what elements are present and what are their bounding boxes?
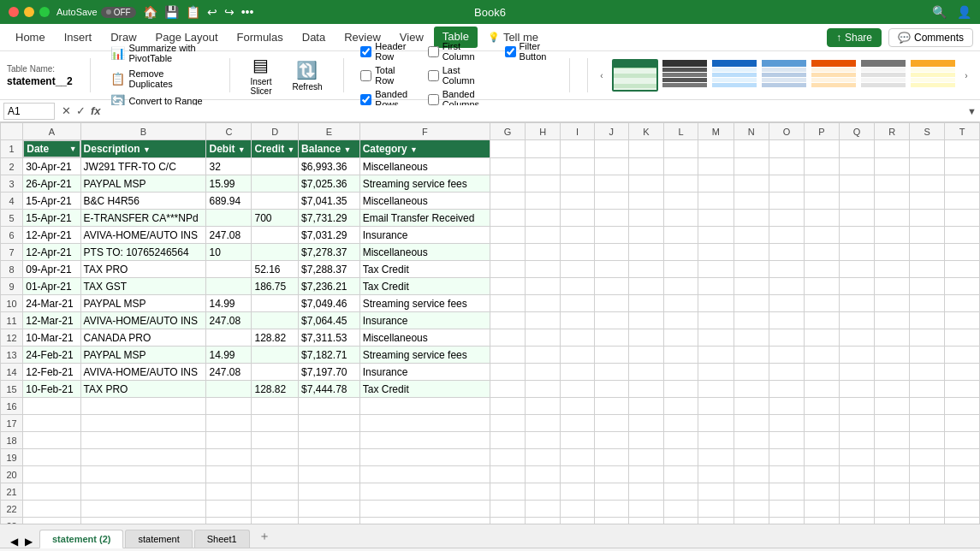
tab-sheet1[interactable]: Sheet1: [194, 530, 250, 548]
empty-cell-18-14[interactable]: [769, 432, 804, 449]
row-number-7[interactable]: 7: [1, 244, 23, 261]
cell-extra-4-0[interactable]: [490, 193, 525, 210]
cell-extra-7-6[interactable]: [698, 244, 734, 261]
empty-cell-18-12[interactable]: [698, 432, 734, 449]
cell-extra-12-0[interactable]: [490, 329, 525, 347]
cell-extra-5-7[interactable]: [734, 210, 769, 227]
filter-button-option[interactable]: Filter Button: [505, 41, 553, 62]
cell-extra-15-2[interactable]: [561, 381, 594, 398]
cell-extra-2-10[interactable]: [839, 158, 874, 175]
cell-c14[interactable]: 247.08: [206, 364, 252, 381]
cell-f3[interactable]: Streaming service fees: [359, 175, 490, 193]
empty-cell-18-11[interactable]: [663, 432, 698, 449]
cell-d1[interactable]: Credit ▼: [252, 140, 299, 158]
cell-e14[interactable]: $7,197.70: [299, 364, 360, 381]
col-header-m[interactable]: M: [698, 123, 734, 140]
cell-extra-15-3[interactable]: [594, 381, 628, 398]
empty-cell-16-18[interactable]: [910, 398, 945, 415]
table-name-value[interactable]: statement__2: [7, 75, 73, 87]
cell-a10[interactable]: 24-Mar-21: [23, 295, 80, 312]
cell-extra-7-1[interactable]: [526, 244, 561, 261]
summarize-pivot-button[interactable]: 📊 Summarize with PivotTable: [107, 41, 211, 65]
cell-extra-11-13[interactable]: [945, 312, 980, 329]
empty-cell-22-4[interactable]: [299, 501, 360, 518]
cell-a7[interactable]: 12-Apr-21: [23, 244, 80, 261]
empty-cell-20-6[interactable]: [490, 466, 525, 483]
empty-cell-20-3[interactable]: [252, 466, 299, 483]
cell-extra-9-13[interactable]: [945, 278, 980, 295]
cell-extra-3-4[interactable]: [628, 175, 663, 193]
cell-e6[interactable]: $7,031.29: [299, 227, 360, 244]
cell-extra-3-5[interactable]: [663, 175, 698, 193]
gallery-next[interactable]: ›: [959, 58, 973, 92]
cell-extra-14-9[interactable]: [805, 364, 840, 381]
cell-c6[interactable]: 247.08: [206, 227, 252, 244]
banded-rows-checkbox[interactable]: [360, 94, 371, 105]
cell-d14[interactable]: [252, 364, 299, 381]
cell-extra-13-10[interactable]: [839, 347, 874, 364]
cell-extra-11-10[interactable]: [839, 312, 874, 329]
cell-extra-6-13[interactable]: [945, 227, 980, 244]
empty-cell-16-11[interactable]: [663, 398, 698, 415]
cell-c13[interactable]: 14.99: [206, 347, 252, 364]
cell-extra-15-0[interactable]: [490, 381, 525, 398]
empty-cell-19-8[interactable]: [561, 449, 594, 466]
empty-cell-16-13[interactable]: [734, 398, 769, 415]
col-header-s[interactable]: S: [910, 123, 945, 140]
first-column-checkbox[interactable]: [428, 46, 439, 57]
cell-extra-6-9[interactable]: [805, 227, 840, 244]
col-header-f[interactable]: F: [359, 123, 490, 140]
cell-c2[interactable]: 32: [206, 158, 252, 175]
tab-statement[interactable]: statement: [125, 530, 192, 548]
cell-extra-8-10[interactable]: [839, 261, 874, 278]
last-column-checkbox[interactable]: [428, 70, 439, 81]
style-swatch-orange[interactable]: [811, 59, 857, 92]
cell-extra-13-9[interactable]: [805, 347, 840, 364]
cell-extra-5-8[interactable]: [769, 210, 804, 227]
cell-c15[interactable]: [206, 381, 252, 398]
empty-cell-23-12[interactable]: [698, 518, 734, 524]
cell-d15[interactable]: 128.82: [252, 381, 299, 398]
cell-extra-11-6[interactable]: [698, 312, 734, 329]
cell-extra-12-9[interactable]: [805, 329, 840, 347]
empty-cell-19-13[interactable]: [734, 449, 769, 466]
cell-d12[interactable]: 128.82: [252, 329, 299, 347]
cell-p1[interactable]: [805, 140, 840, 158]
empty-cell-17-3[interactable]: [252, 415, 299, 432]
cell-extra-12-4[interactable]: [628, 329, 663, 347]
menu-home[interactable]: Home: [7, 27, 54, 47]
cell-e11[interactable]: $7,064.45: [299, 312, 360, 329]
row-number-14[interactable]: 14: [1, 364, 23, 381]
cell-f10[interactable]: Streaming service fees: [359, 295, 490, 312]
empty-cell-21-7[interactable]: [526, 483, 561, 501]
cell-b9[interactable]: TAX GST: [80, 278, 206, 295]
empty-cell-22-6[interactable]: [490, 501, 525, 518]
cell-extra-10-5[interactable]: [663, 295, 698, 312]
cell-extra-12-1[interactable]: [526, 329, 561, 347]
empty-cell-22-2[interactable]: [206, 501, 252, 518]
header-row-checkbox[interactable]: [360, 46, 371, 57]
cell-l1[interactable]: [663, 140, 698, 158]
cell-e15[interactable]: $7,444.78: [299, 381, 360, 398]
empty-cell-23-10[interactable]: [628, 518, 663, 524]
style-swatch-blue[interactable]: [711, 59, 757, 92]
confirm-formula-icon[interactable]: ✓: [76, 104, 86, 117]
empty-cell-20-9[interactable]: [594, 466, 628, 483]
cell-extra-13-0[interactable]: [490, 347, 525, 364]
cell-extra-4-10[interactable]: [839, 193, 874, 210]
cell-b3[interactable]: PAYPAL MSP: [80, 175, 206, 193]
col-header-b[interactable]: B: [80, 123, 206, 140]
cell-extra-3-3[interactable]: [594, 175, 628, 193]
style-swatch-light-blue[interactable]: [761, 59, 807, 92]
empty-cell-21-3[interactable]: [252, 483, 299, 501]
add-sheet-button[interactable]: ＋: [252, 525, 277, 548]
cell-extra-7-8[interactable]: [769, 244, 804, 261]
cell-extra-12-12[interactable]: [910, 329, 945, 347]
cell-extra-2-0[interactable]: [490, 158, 525, 175]
cell-c10[interactable]: 14.99: [206, 295, 252, 312]
cell-extra-2-11[interactable]: [875, 158, 910, 175]
cell-extra-14-8[interactable]: [769, 364, 804, 381]
cell-b7[interactable]: PTS TO: 10765246564: [80, 244, 206, 261]
cell-a6[interactable]: 12-Apr-21: [23, 227, 80, 244]
cell-extra-2-4[interactable]: [628, 158, 663, 175]
